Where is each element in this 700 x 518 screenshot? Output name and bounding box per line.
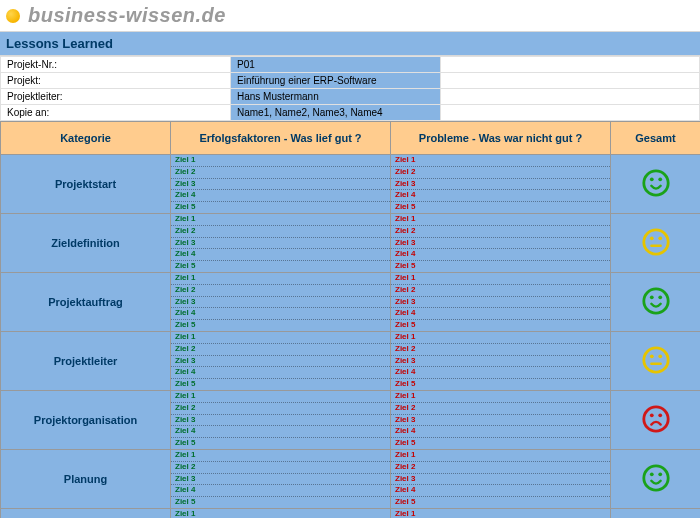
ziel-item: Ziel 5 — [171, 320, 390, 331]
svg-point-9 — [658, 295, 662, 299]
ziel-item: Ziel 1 — [391, 391, 610, 403]
svg-point-11 — [649, 354, 653, 358]
table-row: ProjektauftragZiel 1Ziel 2Ziel 3Ziel 4Zi… — [1, 272, 701, 331]
ziel-item: Ziel 4 — [171, 249, 390, 261]
ziel-item: Ziel 3 — [391, 356, 610, 368]
ziel-item: Ziel 4 — [391, 367, 610, 379]
ziel-item: Ziel 5 — [391, 438, 610, 449]
svg-point-19 — [658, 472, 662, 476]
ziel-item: Ziel 1 — [171, 391, 390, 403]
ziel-item: Ziel 3 — [171, 474, 390, 486]
success-cell: Ziel 1Ziel 2Ziel 3Ziel 4Ziel 5 — [171, 213, 391, 272]
ziel-item: Ziel 3 — [391, 415, 610, 427]
success-cell: Ziel 1Ziel 2Ziel 3Ziel 4Ziel 5 — [171, 331, 391, 390]
ziel-list: Ziel 1Ziel 2Ziel 3Ziel 4Ziel 5 — [171, 332, 390, 390]
ziel-item: Ziel 2 — [391, 462, 610, 474]
rating-cell — [611, 272, 701, 331]
ziel-item: Ziel 5 — [391, 497, 610, 508]
meta-spacer — [441, 73, 700, 89]
ziel-item: Ziel 3 — [171, 179, 390, 191]
ziel-item: Ziel 2 — [171, 462, 390, 474]
ziel-item: Ziel 1 — [171, 450, 390, 462]
ziel-item: Ziel 2 — [171, 403, 390, 415]
ziel-list: Ziel 1Ziel 2Ziel 3Ziel 4Ziel 5 — [171, 214, 390, 272]
ziel-list: Ziel 1Ziel 2Ziel 3Ziel 4Ziel 5 — [391, 391, 610, 449]
ziel-item: Ziel 4 — [171, 308, 390, 320]
ziel-list: Ziel 1Ziel 2Ziel 3Ziel 4Ziel 5 — [171, 450, 390, 508]
ziel-item: Ziel 1 — [391, 509, 610, 518]
ziel-item: Ziel 4 — [171, 190, 390, 202]
brand-name: business-wissen.de — [28, 4, 226, 27]
rating-cell — [611, 213, 701, 272]
svg-point-15 — [649, 413, 653, 417]
ziel-item: Ziel 5 — [171, 438, 390, 449]
table-row: KommunikationZiel 1Ziel 2Ziel 3Ziel 4Zie… — [1, 508, 701, 518]
smiley-happy-green-icon — [641, 168, 671, 198]
smiley-happy-green-icon — [641, 286, 671, 316]
ziel-item: Ziel 5 — [171, 379, 390, 390]
svg-point-16 — [658, 413, 662, 417]
category-cell: Kommunikation — [1, 508, 171, 518]
smiley-neutral-yellow-icon — [641, 227, 671, 257]
ziel-list: Ziel 1Ziel 2Ziel 3Ziel 4Ziel 5 — [391, 332, 610, 390]
ziel-item: Ziel 4 — [391, 308, 610, 320]
category-cell: Projektstart — [1, 155, 171, 214]
meta-spacer — [441, 89, 700, 105]
ziel-item: Ziel 1 — [391, 155, 610, 167]
meta-label: Projekt: — [1, 73, 231, 89]
ziel-item: Ziel 2 — [171, 285, 390, 297]
ziel-item: Ziel 5 — [171, 497, 390, 508]
ziel-list: Ziel 1Ziel 2Ziel 3Ziel 4Ziel 5 — [171, 509, 390, 518]
category-cell: Projektauftrag — [1, 272, 171, 331]
svg-point-8 — [649, 295, 653, 299]
meta-spacer — [441, 105, 700, 121]
ziel-item: Ziel 3 — [391, 474, 610, 486]
col-probleme: Probleme - Was war nicht gut ? — [391, 122, 611, 155]
meta-label: Projekt-Nr.: — [1, 57, 231, 73]
page-title: Lessons Learned — [0, 31, 700, 56]
ziel-item: Ziel 2 — [391, 344, 610, 356]
table-row: PlanungZiel 1Ziel 2Ziel 3Ziel 4Ziel 5Zie… — [1, 449, 701, 508]
ziel-item: Ziel 4 — [391, 485, 610, 497]
svg-point-18 — [649, 472, 653, 476]
ziel-item: Ziel 2 — [391, 167, 610, 179]
problem-cell: Ziel 1Ziel 2Ziel 3Ziel 4Ziel 5 — [391, 155, 611, 214]
svg-point-3 — [643, 230, 667, 254]
ziel-item: Ziel 1 — [171, 214, 390, 226]
success-cell: Ziel 1Ziel 2Ziel 3Ziel 4Ziel 5 — [171, 155, 391, 214]
smiley-happy-green-icon — [641, 463, 671, 493]
ziel-item: Ziel 3 — [171, 356, 390, 368]
ziel-item: Ziel 2 — [391, 226, 610, 238]
rating-cell — [611, 331, 701, 390]
ziel-item: Ziel 2 — [171, 344, 390, 356]
ziel-item: Ziel 4 — [171, 367, 390, 379]
success-cell: Ziel 1Ziel 2Ziel 3Ziel 4Ziel 5 — [171, 390, 391, 449]
ziel-item: Ziel 1 — [391, 273, 610, 285]
col-gesamt: Gesamt — [611, 122, 701, 155]
logo-dot-icon — [6, 9, 20, 23]
ziel-list: Ziel 1Ziel 2Ziel 3Ziel 4Ziel 5 — [391, 509, 610, 518]
app-header: business-wissen.de — [0, 0, 700, 31]
problem-cell: Ziel 1Ziel 2Ziel 3Ziel 4Ziel 5 — [391, 508, 611, 518]
success-cell: Ziel 1Ziel 2Ziel 3Ziel 4Ziel 5 — [171, 508, 391, 518]
smiley-sad-red-icon — [641, 404, 671, 434]
ziel-item: Ziel 1 — [171, 332, 390, 344]
rating-cell — [611, 449, 701, 508]
ziel-item: Ziel 2 — [391, 285, 610, 297]
problem-cell: Ziel 1Ziel 2Ziel 3Ziel 4Ziel 5 — [391, 449, 611, 508]
meta-spacer — [441, 57, 700, 73]
svg-point-2 — [658, 177, 662, 181]
table-row: ProjektstartZiel 1Ziel 2Ziel 3Ziel 4Ziel… — [1, 155, 701, 214]
smiley-neutral-yellow-icon — [641, 345, 671, 375]
ziel-item: Ziel 1 — [171, 273, 390, 285]
ziel-item: Ziel 5 — [171, 202, 390, 213]
ziel-list: Ziel 1Ziel 2Ziel 3Ziel 4Ziel 5 — [391, 214, 610, 272]
meta-value: P01 — [231, 57, 441, 73]
problem-cell: Ziel 1Ziel 2Ziel 3Ziel 4Ziel 5 — [391, 272, 611, 331]
category-cell: Planung — [1, 449, 171, 508]
svg-point-4 — [649, 236, 653, 240]
ziel-item: Ziel 2 — [171, 226, 390, 238]
ziel-item: Ziel 5 — [391, 261, 610, 272]
ziel-item: Ziel 1 — [391, 450, 610, 462]
category-cell: Zieldefinition — [1, 213, 171, 272]
